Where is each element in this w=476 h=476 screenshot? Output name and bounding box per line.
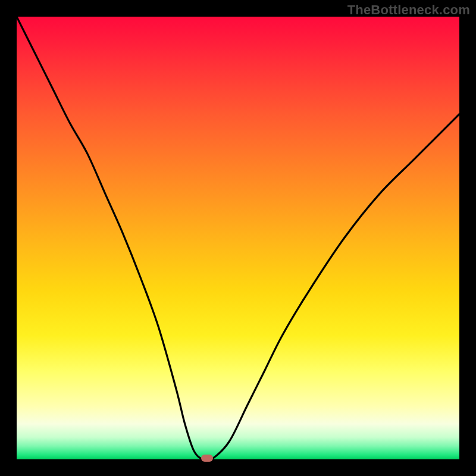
bottleneck-curve xyxy=(17,17,459,459)
chart-plot-area xyxy=(17,17,459,459)
chart-frame: TheBottleneck.com xyxy=(0,0,476,476)
watermark-text: TheBottleneck.com xyxy=(347,2,470,18)
optimum-marker xyxy=(201,455,213,462)
